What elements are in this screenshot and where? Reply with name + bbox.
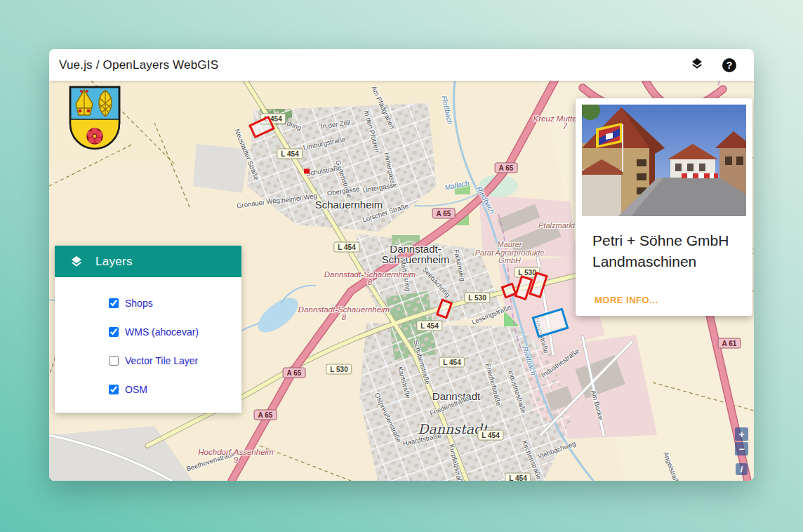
street-label: Obergasse <box>326 185 360 197</box>
street-label: In der Zeil <box>320 119 350 131</box>
layer-label: OSM <box>125 384 147 395</box>
help-button[interactable]: ? <box>722 58 737 73</box>
layers-icon <box>69 254 84 270</box>
zoom-out-button[interactable]: − <box>735 442 748 455</box>
landuse-label: MaurerParat AgrarprodukteGmbH <box>475 241 545 265</box>
layer-label: Shops <box>125 298 153 309</box>
street-label: Falkenweg <box>453 248 467 281</box>
street-label: Industriestraße <box>507 369 528 414</box>
water-label: Riedbach <box>475 185 496 215</box>
shop-feature[interactable] <box>436 298 453 319</box>
street-label: In den Pfützen <box>363 109 381 153</box>
layers-panel-header: Layers <box>55 246 241 277</box>
street-label: Limburgstraße <box>303 135 346 151</box>
layers-list: Shops WMS (ahocevar) Vector Tile Layer O… <box>55 277 241 413</box>
road-badge: A 65 <box>254 410 277 420</box>
town-label: Schauernheim <box>315 199 383 210</box>
street-label: Gronauer Weg <box>236 196 280 210</box>
water-label: Floßbach <box>440 95 453 125</box>
more-info-button[interactable]: MORE INFO... <box>595 295 658 305</box>
street-label: Angelstraße <box>662 451 682 481</box>
water-label: Riedbach <box>521 345 538 376</box>
layers-toggle-button[interactable] <box>689 58 705 73</box>
road-badge: A 65 <box>495 163 518 173</box>
street-label: Kantstraße <box>397 366 413 399</box>
layer-checkbox[interactable] <box>109 356 119 366</box>
layers-panel-title: Layers <box>95 255 133 269</box>
water-label: Maflach <box>444 179 470 192</box>
feature-photo <box>582 105 746 216</box>
municipality-logo <box>67 84 123 154</box>
app-window: Vue.js / OpenLayers WebGIS ? <box>49 49 754 481</box>
street-label: Viehbachweg <box>536 439 576 460</box>
street-label: Seebachring <box>421 265 452 298</box>
layer-row[interactable]: OSM <box>55 375 241 404</box>
town-label: Dannstadt-Schauernheim <box>382 244 450 265</box>
street-label: Lessingstraße <box>470 303 512 326</box>
street-label: Untergasse <box>362 180 397 194</box>
road-badge: L 454 <box>505 473 531 481</box>
layer-row[interactable]: WMS (ahocevar) <box>55 317 241 346</box>
street-label: Schubertstraße <box>412 339 431 385</box>
street-label: Kurpfalzstraße <box>448 444 465 481</box>
route-label: Dannstadt-Schauernheim8 <box>298 306 390 321</box>
layer-label: WMS (ahocevar) <box>125 326 199 338</box>
layer-checkbox[interactable] <box>109 327 119 337</box>
road-badge: L 454 <box>416 321 442 331</box>
road-badge: L 530 <box>464 293 490 303</box>
road-badge: L 530 <box>326 364 352 375</box>
street-label: Friedhofstraße <box>484 363 503 407</box>
layer-label: Vector Tile Layer <box>125 355 198 366</box>
help-icon: ? <box>722 58 736 72</box>
layer-checkbox[interactable] <box>109 385 119 394</box>
feature-title-line2: Landmaschinen <box>592 251 729 272</box>
layer-row[interactable]: Vector Tile Layer <box>55 346 241 375</box>
top-bar: Vue.js / OpenLayers WebGIS ? <box>49 49 754 81</box>
attribution-button[interactable]: i <box>736 463 748 475</box>
selected-shop-feature[interactable] <box>531 307 569 338</box>
street-label: Schulstraße <box>305 164 342 178</box>
road-badge: L 454 <box>439 357 465 368</box>
route-label: Dannstadt-Schauernheim8 <box>324 271 416 286</box>
shop-feature[interactable] <box>304 169 310 174</box>
road-badge: L 454 <box>477 430 503 441</box>
road-badge: A 65 <box>283 368 306 378</box>
app-title: Vue.js / OpenLayers WebGIS <box>59 58 218 72</box>
zoom-in-button[interactable]: + <box>735 427 748 441</box>
street-label: Ostpreußenstraße <box>373 392 404 444</box>
road-badge: L 454 <box>277 149 303 159</box>
road-badge: L 454 <box>333 242 359 253</box>
road-badge: A 65 <box>432 208 456 219</box>
layers-icon <box>689 56 705 74</box>
feature-info-card: Petri + Söhne GmbH Landmaschinen MORE IN… <box>576 98 752 316</box>
road-badge: A 61 <box>718 338 741 349</box>
street-label: Am Bocke <box>590 390 605 421</box>
feature-title-line1: Petri + Söhne GmbH <box>592 230 729 251</box>
feature-title: Petri + Söhne GmbH Landmaschinen <box>592 230 729 272</box>
route-label: Hochdorf-Assenheim9 <box>198 448 273 464</box>
layer-checkbox[interactable] <box>109 298 119 308</box>
landuse-label: Pfalzmarkt <box>538 222 575 230</box>
layers-panel: Layers Shops WMS (ahocevar) Vector Tile … <box>55 246 241 413</box>
layer-row[interactable]: Shops <box>55 288 241 317</box>
